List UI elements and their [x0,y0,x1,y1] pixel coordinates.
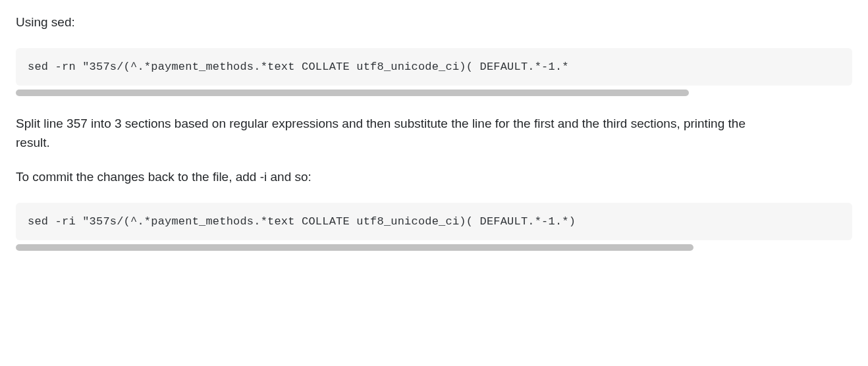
scrollbar-track-2[interactable] [16,244,852,251]
scrollbar-thumb-2[interactable] [16,244,693,251]
scrollbar-track-1[interactable] [16,90,852,96]
code-block-1: sed -rn "357s/(^.*payment_methods.*text … [16,48,852,86]
scrollbar-thumb-1[interactable] [16,90,689,96]
explanation-paragraph: Split line 357 into 3 sections based on … [16,115,760,152]
intro-paragraph: Using sed: [16,13,852,32]
code-block-2: sed -ri "357s/(^.*payment_methods.*text … [16,203,852,241]
commit-paragraph: To commit the changes back to the file, … [16,168,760,187]
